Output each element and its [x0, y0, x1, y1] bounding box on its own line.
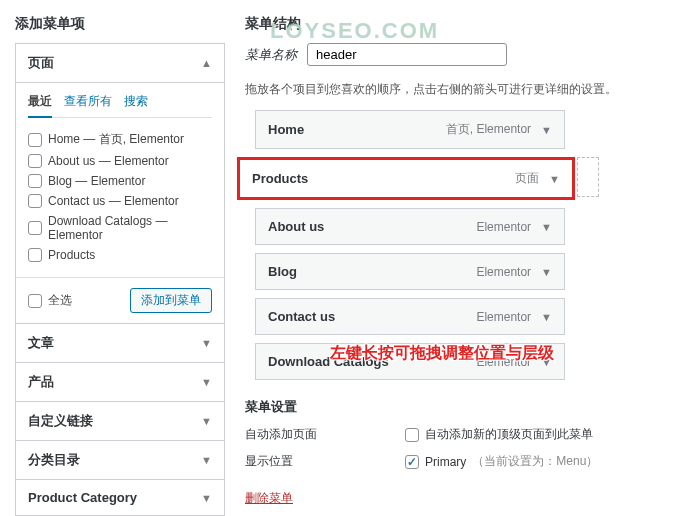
display-location-label: 显示位置 [245, 453, 405, 470]
page-checkbox[interactable] [28, 194, 42, 208]
caret-down-icon: ▼ [541, 266, 552, 278]
menu-item-type: Elementor [476, 220, 531, 234]
page-checkbox[interactable] [28, 248, 42, 262]
select-all-label: 全选 [48, 292, 72, 309]
page-item-label: Home — 首页, Elementor [48, 131, 184, 148]
caret-up-icon: ▲ [201, 57, 212, 69]
tab-view-all[interactable]: 查看所有 [64, 93, 112, 117]
page-checkbox[interactable] [28, 154, 42, 168]
delete-menu-link[interactable]: 删除菜单 [245, 490, 293, 507]
page-item-label: Contact us — Elementor [48, 194, 179, 208]
menu-name-label: 菜单名称 [245, 46, 297, 64]
auto-add-checkbox[interactable] [405, 428, 419, 442]
accordion-label: 文章 [28, 334, 54, 352]
menu-item-contact[interactable]: Contact us Elementor▼ [255, 298, 565, 335]
caret-down-icon: ▼ [541, 311, 552, 323]
primary-note: （当前设置为：Menu） [472, 453, 598, 470]
tab-recent[interactable]: 最近 [28, 93, 52, 118]
auto-add-text: 自动添加新的顶级页面到此菜单 [425, 426, 593, 443]
accordion-products[interactable]: 产品▼ [16, 363, 224, 401]
add-items-heading: 添加菜单项 [15, 15, 225, 33]
caret-down-icon: ▼ [541, 124, 552, 136]
page-item-label: Blog — Elementor [48, 174, 145, 188]
menu-item-about[interactable]: About us Elementor▼ [255, 208, 565, 245]
menu-name-input[interactable] [307, 43, 507, 66]
caret-down-icon: ▼ [201, 337, 212, 349]
caret-down-icon: ▼ [201, 454, 212, 466]
menu-item-type: Elementor [476, 310, 531, 324]
accordion-posts[interactable]: 文章▼ [16, 324, 224, 362]
menu-item-title: Contact us [268, 309, 335, 324]
pages-label: 页面 [28, 54, 54, 72]
accordion-categories[interactable]: 分类目录▼ [16, 441, 224, 479]
page-checkbox[interactable] [28, 133, 42, 147]
menu-structure-heading: 菜单结构 [245, 15, 672, 33]
accordion-product-category[interactable]: Product Category▼ [16, 480, 224, 515]
page-item-label: About us — Elementor [48, 154, 169, 168]
menu-item-title: Home [268, 122, 304, 137]
auto-add-label: 自动添加页面 [245, 426, 405, 443]
menu-item-blog[interactable]: Blog Elementor▼ [255, 253, 565, 290]
accordion-custom-links[interactable]: 自定义链接▼ [16, 402, 224, 440]
page-item-label: Products [48, 248, 95, 262]
menu-item-products[interactable]: Products 页面▼ [237, 157, 575, 200]
accordion-label: 自定义链接 [28, 412, 93, 430]
caret-down-icon: ▼ [549, 173, 560, 185]
menu-item-home[interactable]: Home 首页, Elementor▼ [255, 110, 565, 149]
drag-hint: 拖放各个项目到您喜欢的顺序，点击右侧的箭头可进行更详细的设置。 [245, 81, 672, 98]
menu-item-type: 首页, Elementor [446, 121, 531, 138]
select-all-checkbox[interactable] [28, 294, 42, 308]
page-checkbox[interactable] [28, 174, 42, 188]
primary-label: Primary [425, 455, 466, 469]
menu-item-title: Products [252, 171, 308, 186]
add-to-menu-button[interactable]: 添加到菜单 [130, 288, 212, 313]
primary-checkbox[interactable] [405, 455, 419, 469]
page-item-label: Download Catalogs — Elementor [48, 214, 212, 242]
menu-item-title: Blog [268, 264, 297, 279]
tab-search[interactable]: 搜索 [124, 93, 148, 117]
caret-down-icon: ▼ [201, 376, 212, 388]
annotation-text: 左键长按可拖拽调整位置与层级 [330, 343, 554, 364]
accordion-label: 分类目录 [28, 451, 80, 469]
pages-accordion-head[interactable]: 页面 ▲ [16, 44, 224, 83]
menu-item-title: About us [268, 219, 324, 234]
menu-item-type: 页面 [515, 170, 539, 187]
menu-settings-heading: 菜单设置 [245, 398, 672, 416]
accordion-label: Product Category [28, 490, 137, 505]
caret-down-icon: ▼ [201, 492, 212, 504]
page-checkbox[interactable] [28, 221, 42, 235]
drop-placeholder [577, 157, 599, 197]
accordion-label: 产品 [28, 373, 54, 391]
caret-down-icon: ▼ [201, 415, 212, 427]
caret-down-icon: ▼ [541, 221, 552, 233]
menu-item-type: Elementor [476, 265, 531, 279]
